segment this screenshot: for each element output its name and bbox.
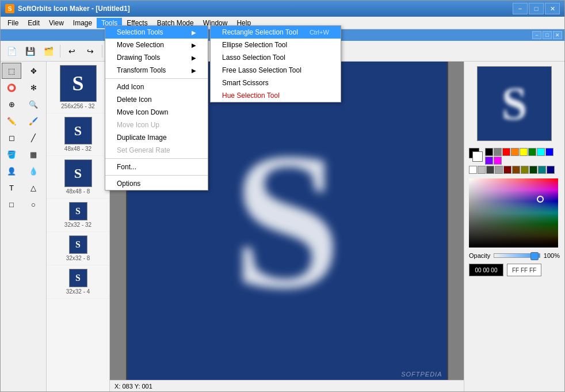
color-display-2[interactable]: FF FF FF [507,264,541,276]
menu-edit[interactable]: Edit [23,18,44,28]
color-swatch-cyan[interactable] [537,148,545,156]
background-swatch[interactable] [472,151,483,162]
color-swatch-purple[interactable] [485,157,493,165]
menu-item-move-selection[interactable]: Move Selection ▶ [105,39,208,51]
color-swatch-olive[interactable] [521,166,529,174]
menu-item-selection-tools[interactable]: Selection Tools ▶ [105,26,208,39]
app-icon: S [5,4,14,13]
select-tool[interactable]: ⬚ [2,63,21,79]
gradient-tool[interactable]: ▦ [24,146,43,162]
color-swatch-black[interactable] [485,148,493,156]
color-swatch-medgray[interactable] [495,166,503,174]
zoom-tool[interactable]: 🔍 [24,96,43,112]
move-selection-label: Move Selection [117,41,164,49]
icon-label: 256x256 - 32 [61,103,94,109]
opacity-value: 100% [544,252,560,259]
lasso-tool[interactable]: ⭕ [2,79,21,96]
undo-button[interactable]: ↩ [63,43,81,59]
shape-tool[interactable]: △ [24,180,43,196]
color-swatch-red[interactable] [502,148,510,156]
move-tool[interactable]: ✥ [24,63,43,79]
list-item[interactable]: S 32x32 - 8 [47,232,109,265]
menu-item-free-lasso-selection[interactable]: Free Lasso Selection Tool [211,64,341,77]
menu-item-smart-scissors[interactable]: Smart Scissors [211,77,341,89]
sub-minimize[interactable]: − [532,31,541,39]
color-picker[interactable] [469,178,558,248]
pencil-tool[interactable]: ✏️ [2,113,21,129]
menu-item-hue-selection[interactable]: Hue Selection Tool [211,89,341,102]
color-swatch-blue[interactable] [545,148,553,156]
list-item[interactable]: S 48x48 - 8 [47,156,109,199]
sub-maximize[interactable]: □ [543,31,552,39]
preview-box: S [477,66,552,141]
duplicate-image-label: Duplicate Image [117,134,167,142]
color-display-1[interactable]: 00 00 00 [469,264,503,276]
list-item[interactable]: S 32x32 - 32 [47,199,109,232]
color-pick-tool[interactable]: 💧 [24,163,43,179]
line-tool[interactable]: ╱ [24,130,43,146]
menu-item-rect-selection[interactable]: Rectangle Selection Tool Ctrl+W [211,26,341,39]
color-swatch-brown[interactable] [512,166,520,174]
close-button[interactable]: ✕ [545,3,560,14]
title-controls: − □ ✕ [513,3,560,14]
ellipse-tool[interactable]: ○ [24,196,43,212]
icon-preview-48-8: S [64,159,92,187]
color-swatch-maroon[interactable] [503,166,511,174]
brush-tool[interactable]: 🖌️ [24,113,43,129]
color-swatch-teal[interactable] [538,166,546,174]
main-window: S SoftOrbits Icon Maker - [Untitled1] − … [0,0,565,392]
color-swatch-green[interactable] [528,148,536,156]
menu-item-delete-icon[interactable]: Delete Icon [105,93,208,106]
color-swatch-white[interactable] [469,166,477,174]
new-button[interactable]: 📄 [3,43,20,59]
tools-dropdown[interactable]: Selection Tools ▶ Move Selection ▶ Drawi… [105,25,208,191]
selection-tools-submenu[interactable]: Rectangle Selection Tool Ctrl+W Ellipse … [210,25,341,102]
menu-item-drawing-tools[interactable]: Drawing Tools ▶ [105,51,208,64]
sub-close[interactable]: ✕ [553,31,562,39]
menu-image[interactable]: Image [68,18,97,28]
text-tool[interactable]: T [2,180,21,196]
list-item[interactable]: S 32x32 - 4 [47,265,109,299]
crop-tool[interactable]: ⊕ [2,96,21,112]
color-swatch-magenta[interactable] [494,157,502,165]
tools-panel: ⬚ ✥ ⭕ ✻ ⊕ 🔍 ✏️ 🖌️ ◻ ╱ 🪣 ▦ 👤 💧 [1,62,47,391]
add-icon-label: Add Icon [117,83,144,91]
menu-item-add-icon[interactable]: Add Icon [105,81,208,93]
color-swatch-orange[interactable] [511,148,519,156]
eraser-tool[interactable]: ◻ [2,130,21,146]
fill-tool[interactable]: 🪣 [2,146,21,162]
open-button[interactable]: 🗂️ [40,43,57,59]
opacity-slider[interactable] [494,253,540,258]
color-swatch-navy[interactable] [547,166,555,174]
maximize-button[interactable]: □ [529,3,544,14]
menu-item-move-icon-down[interactable]: Move Icon Down [105,106,208,119]
color-swatch-yellow[interactable] [520,148,528,156]
menu-item-font[interactable]: Font... [105,161,208,173]
rect-selection-shortcut: Ctrl+W [310,29,329,36]
color-swatch-gray[interactable] [494,148,502,156]
menu-file[interactable]: File [3,18,23,28]
list-item[interactable]: S 48x48 - 32 [47,113,109,156]
color-swatch-darkgray[interactable] [486,166,494,174]
menu-item-options[interactable]: Options [105,177,208,190]
menu-item-duplicate-image[interactable]: Duplicate Image [105,131,208,144]
minimize-button[interactable]: − [513,3,528,14]
menu-item-transform-tools[interactable]: Transform Tools ▶ [105,64,208,77]
magic-wand-tool[interactable]: ✻ [24,79,43,96]
rect-tool[interactable]: □ [2,196,21,212]
color-row-1 [469,148,560,165]
transform-tools-label: Transform Tools [117,66,166,74]
icon-list[interactable]: S 256x256 - 32 S 48x48 - 32 S 48x48 - 8 … [47,62,110,391]
menu-item-ellipse-selection[interactable]: Ellipse Selection Tool [211,39,341,51]
menu-view[interactable]: View [44,18,68,28]
save-button[interactable]: 💾 [21,43,39,59]
color-swatch-silver[interactable] [478,166,486,174]
color-hex-2: FF FF FF [512,267,536,273]
list-item[interactable]: S 256x256 - 32 [47,62,109,113]
color-swatch-darkgreen[interactable] [529,166,537,174]
clone-tool[interactable]: 👤 [2,163,21,179]
opacity-label: Opacity [469,252,490,259]
menu-item-lasso-selection[interactable]: Lasso Selection Tool [211,51,341,64]
hue-selection-label: Hue Selection Tool [222,92,280,100]
redo-button[interactable]: ↪ [82,43,99,59]
